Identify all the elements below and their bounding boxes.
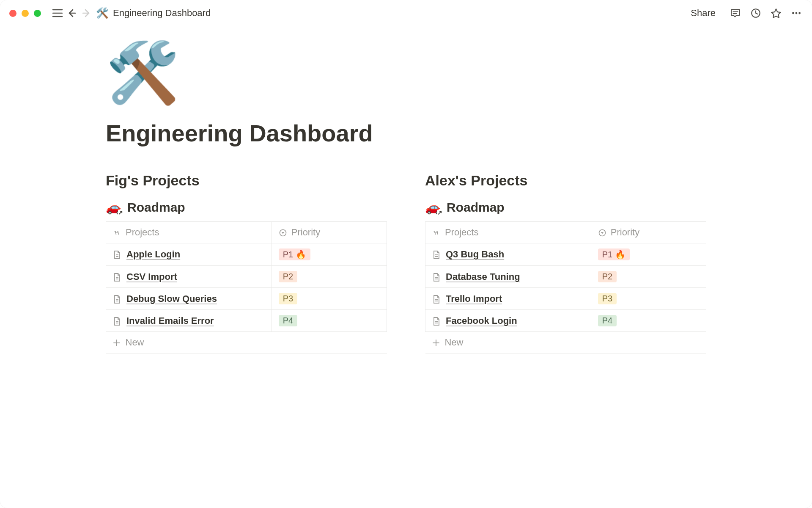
title-property-icon — [113, 229, 121, 237]
svg-marker-13 — [281, 232, 284, 234]
row-title: Trello Import — [446, 293, 502, 304]
window-close-button[interactable] — [9, 10, 16, 17]
car-icon: 🚗 ↗ — [425, 200, 441, 215]
link-arrow-icon: ↗ — [437, 210, 442, 215]
table-row[interactable]: Trello Import P3 — [425, 288, 706, 310]
svg-point-10 — [796, 12, 798, 14]
column-header-projects[interactable]: Projects — [106, 222, 272, 243]
row-title: Q3 Bug Bash — [446, 249, 504, 260]
breadcrumb-title: Engineering Dashboard — [113, 8, 211, 19]
column-heading[interactable]: Fig's Projects — [106, 172, 387, 189]
linked-db-title: Roadmap — [447, 200, 505, 215]
plus-icon — [113, 339, 121, 347]
share-button[interactable]: Share — [691, 8, 716, 19]
column-alex: Alex's Projects 🚗 ↗ Roadmap Projects — [425, 172, 706, 353]
linked-db-heading[interactable]: 🚗 ↗ Roadmap — [425, 200, 706, 221]
svg-point-9 — [792, 12, 794, 14]
priority-badge[interactable]: P2 — [598, 271, 617, 282]
page-icon — [432, 250, 441, 260]
page-icon — [113, 317, 121, 326]
table-row[interactable]: Database Tuning P2 — [425, 266, 706, 288]
nav-back-icon[interactable] — [65, 6, 79, 20]
link-arrow-icon: ↗ — [118, 210, 123, 215]
svg-marker-25 — [601, 232, 604, 234]
new-row-button[interactable]: New — [425, 332, 706, 353]
table-row[interactable]: Apple Login P1 🔥 — [106, 243, 387, 266]
page-icon — [432, 273, 441, 282]
updates-clock-icon[interactable] — [749, 7, 762, 19]
select-property-icon — [598, 229, 606, 237]
row-title: CSV Import — [126, 271, 177, 282]
table-row[interactable]: Facebook Login P4 — [425, 310, 706, 332]
page-title[interactable]: Engineering Dashboard — [106, 119, 706, 147]
plus-icon — [432, 339, 440, 347]
page-icon — [113, 273, 121, 282]
page-icon — [432, 295, 441, 304]
sidebar-toggle-icon[interactable] — [50, 6, 65, 20]
svg-marker-8 — [771, 9, 781, 18]
breadcrumb-page-icon: 🛠️ — [96, 7, 109, 19]
car-icon: 🚗 ↗ — [106, 200, 121, 215]
window-controls — [9, 10, 41, 17]
page-icon — [113, 250, 121, 260]
nav-forward-icon — [79, 6, 93, 20]
table-row[interactable]: Q3 Bug Bash P1 🔥 — [425, 243, 706, 266]
svg-point-11 — [798, 12, 801, 14]
page-icon — [113, 295, 121, 304]
page-icon — [432, 317, 441, 326]
favorite-star-icon[interactable] — [770, 7, 782, 19]
page-icon[interactable]: 🛠️ — [106, 43, 706, 102]
table-row[interactable]: Debug Slow Queries P3 — [106, 288, 387, 310]
column-heading[interactable]: Alex's Projects — [425, 172, 706, 189]
priority-badge[interactable]: P3 — [598, 293, 617, 304]
column-header-projects[interactable]: Projects — [425, 222, 591, 243]
table-row[interactable]: CSV Import P2 — [106, 266, 387, 288]
table-row[interactable]: Invalid Emails Error P4 — [106, 310, 387, 332]
linked-db-heading[interactable]: 🚗 ↗ Roadmap — [106, 200, 387, 221]
breadcrumb[interactable]: 🛠️ Engineering Dashboard — [96, 7, 211, 19]
topbar-actions: Share — [691, 7, 803, 19]
new-row-button[interactable]: New — [106, 332, 387, 353]
priority-badge[interactable]: P1 🔥 — [598, 248, 630, 260]
priority-badge[interactable]: P4 — [598, 315, 617, 326]
window-minimize-button[interactable] — [22, 10, 29, 17]
select-property-icon — [279, 229, 287, 237]
row-title: Apple Login — [126, 249, 180, 260]
priority-badge[interactable]: P1 🔥 — [279, 248, 310, 260]
window-zoom-button[interactable] — [34, 10, 41, 17]
topbar: 🛠️ Engineering Dashboard Share — [0, 0, 812, 26]
priority-badge[interactable]: P4 — [279, 315, 297, 326]
column-fig: Fig's Projects 🚗 ↗ Roadmap Projects — [106, 172, 387, 353]
projects-table: Projects Priority Q3 Bug Bash P1 🔥 — [425, 221, 706, 353]
column-header-priority[interactable]: Priority — [591, 222, 706, 243]
comments-icon[interactable] — [729, 7, 742, 19]
priority-badge[interactable]: P3 — [279, 293, 297, 304]
row-title: Facebook Login — [446, 315, 517, 326]
projects-table: Projects Priority Apple Login P1 🔥 — [106, 221, 387, 353]
columns: Fig's Projects 🚗 ↗ Roadmap Projects — [106, 172, 706, 353]
title-property-icon — [432, 229, 441, 237]
column-header-priority[interactable]: Priority — [272, 222, 387, 243]
page-body: 🛠️ Engineering Dashboard Fig's Projects … — [0, 26, 812, 353]
row-title: Database Tuning — [446, 271, 520, 282]
linked-db-title: Roadmap — [127, 200, 185, 215]
more-menu-icon[interactable] — [790, 7, 803, 19]
row-title: Debug Slow Queries — [126, 293, 217, 304]
row-title: Invalid Emails Error — [126, 315, 214, 326]
priority-badge[interactable]: P2 — [279, 271, 297, 282]
